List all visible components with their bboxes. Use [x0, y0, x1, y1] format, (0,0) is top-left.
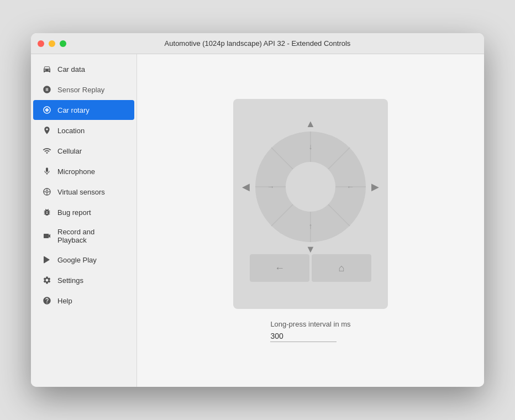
- rotary-ring-area: ▲ ▼ ◀ ▶: [250, 126, 371, 248]
- rotary-left-button[interactable]: ◀: [242, 181, 250, 193]
- rotary-icon: [42, 105, 52, 115]
- bug-icon: [42, 207, 52, 217]
- record-icon: [42, 231, 52, 241]
- svg-text:←: ←: [346, 182, 354, 191]
- sidebar-item-cellular[interactable]: Cellular: [33, 141, 134, 161]
- help-icon: [42, 296, 52, 306]
- rotary-bottom-buttons: ← ⌂: [250, 254, 371, 282]
- svg-text:→: →: [267, 182, 275, 191]
- sidebar-item-car-rotary[interactable]: Car rotary: [33, 100, 134, 120]
- rotary-up-button[interactable]: ▲: [306, 118, 316, 130]
- close-button[interactable]: [38, 40, 44, 47]
- location-icon: [42, 125, 52, 135]
- sidebar-label-microphone: Microphone: [57, 167, 95, 176]
- sidebar-label-car-data: Car data: [57, 65, 85, 74]
- sidebar-label-virtual-sensors: Virtual sensors: [57, 188, 105, 196]
- google-play-icon: [42, 255, 52, 265]
- svg-line-5: [328, 148, 350, 169]
- rotary-outer-ring[interactable]: ↓ ↑ → ←: [255, 132, 366, 242]
- interval-input[interactable]: [270, 330, 337, 342]
- cellular-icon: [42, 146, 52, 156]
- sidebar-label-location: Location: [57, 127, 85, 135]
- maximize-button[interactable]: [60, 40, 66, 47]
- sidebar-item-bug-report[interactable]: Bug report: [33, 202, 134, 222]
- sidebar-item-location[interactable]: Location: [33, 120, 134, 140]
- svg-text:↑: ↑: [309, 222, 313, 230]
- minimize-button[interactable]: [49, 40, 55, 47]
- sidebar-label-sensor-replay: Sensor Replay: [57, 86, 104, 94]
- sidebar-item-car-data[interactable]: Car data: [33, 59, 134, 79]
- sidebar-label-record-playback: Record and Playback: [57, 228, 125, 244]
- sidebar-label-help: Help: [57, 297, 72, 305]
- sidebar-item-microphone[interactable]: Microphone: [33, 161, 134, 181]
- main-window: Automotive (1024p landscape) API 32 - Ex…: [31, 33, 484, 387]
- sidebar-label-settings: Settings: [57, 276, 83, 285]
- car-icon: [42, 64, 52, 74]
- rotary-container: ▲ ▼ ◀ ▶: [233, 99, 388, 342]
- sidebar-item-settings[interactable]: Settings: [33, 270, 134, 290]
- traffic-lights: [38, 40, 66, 47]
- sidebar-item-record-playback[interactable]: Record and Playback: [33, 223, 134, 249]
- sidebar-label-google-play: Google Play: [57, 256, 97, 264]
- rotary-widget: ▲ ▼ ◀ ▶: [233, 99, 388, 309]
- sensor-icon: [42, 85, 52, 95]
- interval-label: Long-press interval in ms: [270, 320, 350, 328]
- rotary-down-button[interactable]: ▼: [306, 244, 316, 255]
- content-area: Car data Sensor Replay Car rotary: [31, 54, 484, 387]
- rotary-back-button[interactable]: ←: [250, 254, 309, 282]
- settings-icon: [42, 275, 52, 285]
- microphone-icon: [42, 166, 52, 176]
- sidebar-item-virtual-sensors[interactable]: Virtual sensors: [33, 182, 134, 202]
- sidebar-label-bug-report: Bug report: [57, 208, 91, 217]
- interval-section: Long-press interval in ms: [270, 320, 350, 342]
- sidebar-item-sensor-replay[interactable]: Sensor Replay: [33, 80, 134, 99]
- svg-line-4: [271, 148, 293, 169]
- svg-text:↓: ↓: [309, 142, 313, 151]
- rotary-inner-circle[interactable]: [286, 162, 335, 212]
- rotary-right-button[interactable]: ▶: [371, 181, 379, 193]
- main-content: ▲ ▼ ◀ ▶: [137, 54, 484, 387]
- virtual-sensors-icon: [42, 187, 52, 197]
- sidebar-label-car-rotary: Car rotary: [57, 106, 90, 114]
- svg-line-6: [271, 204, 293, 226]
- rotary-home-button[interactable]: ⌂: [312, 254, 371, 282]
- sidebar-item-google-play[interactable]: Google Play: [33, 250, 134, 270]
- window-title: Automotive (1024p landscape) API 32 - Ex…: [165, 39, 351, 48]
- svg-line-7: [328, 204, 350, 226]
- sidebar-label-cellular: Cellular: [57, 147, 82, 155]
- titlebar: Automotive (1024p landscape) API 32 - Ex…: [31, 33, 484, 54]
- sidebar-item-help[interactable]: Help: [33, 291, 134, 311]
- sidebar: Car data Sensor Replay Car rotary: [31, 54, 137, 387]
